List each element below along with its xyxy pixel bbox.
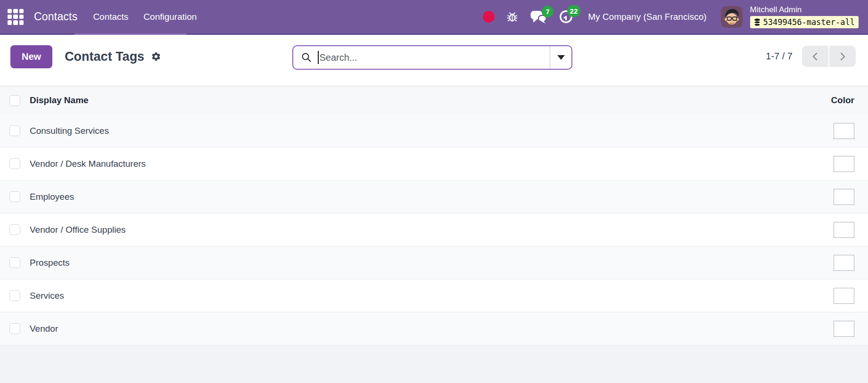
pager-previous-button[interactable]: [802, 46, 828, 67]
list-body: Consulting Services Vendor / Desk Manufa…: [0, 114, 868, 345]
row-checkbox[interactable]: [9, 224, 20, 235]
activities-count-badge: 22: [567, 5, 581, 17]
search-icon: [301, 52, 312, 63]
content-footer-area: [0, 345, 868, 383]
database-name: 53499456-master-all: [763, 17, 855, 27]
column-header-color[interactable]: Color: [831, 95, 854, 106]
search-dropdown-toggle[interactable]: [550, 46, 571, 69]
table-row[interactable]: Consulting Services: [0, 114, 868, 147]
table-row[interactable]: Employees: [0, 180, 868, 213]
top-navbar: Contacts Contacts Configuration: [0, 0, 868, 35]
control-panel: New Contact Tags 1-7 / 7: [0, 35, 868, 78]
pager: 1-7 / 7: [766, 46, 856, 67]
app-name[interactable]: Contacts: [34, 10, 77, 23]
search-bar: [292, 45, 572, 70]
color-swatch: [834, 321, 854, 337]
table-row[interactable]: Vendor / Office Supplies: [0, 213, 868, 246]
database-icon: [754, 18, 761, 26]
text-cursor: [318, 51, 319, 64]
table-row[interactable]: Vendor: [0, 312, 868, 345]
tag-name: Prospects: [30, 258, 69, 268]
chevron-left-icon: [810, 51, 820, 62]
color-swatch: [834, 189, 854, 205]
database-badge: 53499456-master-all: [750, 16, 859, 28]
page-title: Contact Tags: [65, 49, 144, 64]
color-swatch: [834, 156, 854, 172]
row-checkbox[interactable]: [9, 125, 20, 136]
chevron-right-icon: [837, 51, 848, 62]
row-checkbox[interactable]: [9, 257, 20, 268]
table-row[interactable]: Vendor / Desk Manufacturers: [0, 147, 868, 180]
row-checkbox[interactable]: [9, 158, 20, 169]
color-swatch: [834, 255, 854, 271]
color-swatch: [834, 123, 854, 139]
column-header-display-name[interactable]: Display Name: [30, 95, 89, 106]
messages-icon[interactable]: 7: [530, 9, 547, 24]
user-menu[interactable]: Mitchell Admin 53499456-master-all: [750, 5, 859, 28]
new-button[interactable]: New: [10, 45, 52, 68]
navbar-menu-item[interactable]: Configuration: [143, 12, 197, 22]
apps-grid-icon[interactable]: [8, 9, 24, 25]
messages-count-badge: 7: [542, 6, 554, 17]
content-gap: [0, 78, 868, 86]
select-all-checkbox[interactable]: [9, 95, 20, 106]
user-avatar[interactable]: [721, 6, 743, 28]
tag-name: Services: [30, 291, 64, 301]
pager-range[interactable]: 1-7 / 7: [766, 51, 793, 62]
table-row[interactable]: Prospects: [0, 246, 868, 279]
search-input[interactable]: [320, 46, 550, 69]
tag-name: Vendor / Desk Manufacturers: [30, 159, 146, 169]
tag-name: Employees: [30, 192, 74, 202]
row-checkbox[interactable]: [9, 191, 20, 202]
list-header-row: Display Name Color: [0, 86, 868, 114]
color-swatch: [834, 288, 854, 304]
navbar-menus: Contacts Configuration: [93, 12, 197, 22]
company-switcher[interactable]: My Company (San Francisco): [588, 12, 706, 22]
activities-icon[interactable]: 22: [558, 9, 574, 24]
row-checkbox[interactable]: [9, 323, 20, 334]
color-swatch: [834, 222, 854, 238]
pager-next-button[interactable]: [829, 46, 856, 67]
navbar-menu-item[interactable]: Contacts: [93, 12, 128, 22]
row-checkbox[interactable]: [9, 290, 20, 301]
view-settings-gear-icon[interactable]: [151, 51, 161, 62]
bug-icon[interactable]: [506, 10, 519, 23]
record-indicator-dot[interactable]: [483, 11, 495, 23]
tag-name: Vendor: [30, 324, 58, 334]
tag-name: Vendor / Office Supplies: [30, 225, 126, 235]
table-row[interactable]: Services: [0, 279, 868, 312]
user-name: Mitchell Admin: [750, 5, 859, 15]
tag-name: Consulting Services: [30, 126, 109, 136]
chevron-down-icon: [557, 55, 565, 60]
systray: 7 22 My Company (San Francisco): [483, 5, 859, 28]
